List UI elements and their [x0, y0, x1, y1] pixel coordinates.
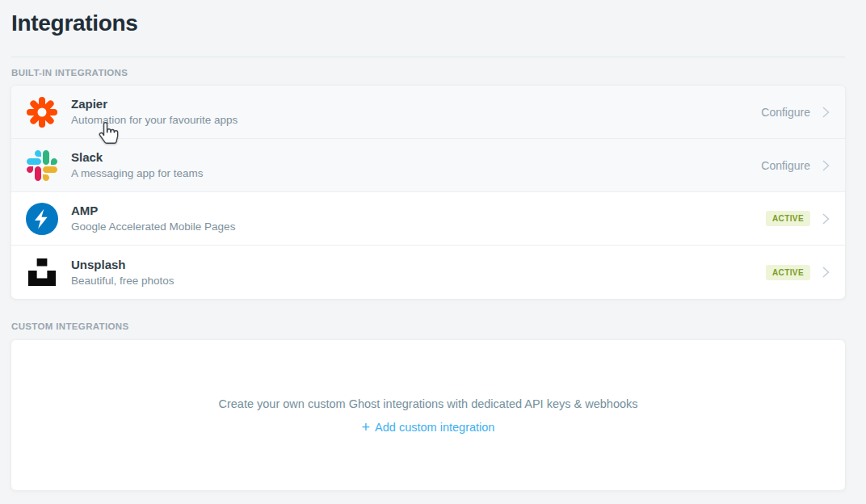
unsplash-icon [26, 256, 58, 288]
add-custom-integration-label: Add custom integration [375, 421, 494, 434]
integration-description: Google Accelerated Mobile Pages [71, 220, 235, 234]
active-status-badge: ACTIVE [766, 265, 810, 280]
chevron-right-icon [822, 266, 830, 279]
integration-row-zapier[interactable]: Zapier Automation for your favourite app… [11, 86, 845, 139]
slack-icon [26, 149, 58, 182]
configure-link[interactable]: Configure [761, 106, 810, 119]
integrations-page: Integrations BUILT-IN INTEGRATIONS Zapie… [11, 10, 845, 490]
chevron-right-icon [822, 106, 830, 119]
custom-integrations-card: Create your own custom Ghost integration… [11, 340, 845, 490]
integration-row-slack[interactable]: Slack A messaging app for teams Configur… [11, 139, 845, 192]
custom-integrations-description: Create your own custom Ghost integration… [218, 397, 637, 412]
builtin-integrations-card: Zapier Automation for your favourite app… [11, 86, 845, 299]
amp-icon [26, 203, 58, 235]
integration-name: Zapier [71, 96, 238, 112]
integration-name: Unsplash [71, 257, 174, 273]
page-title: Integrations [11, 10, 845, 36]
integration-description: Beautiful, free photos [71, 274, 174, 288]
integration-description: Automation for your favourite apps [71, 113, 238, 128]
integration-row-amp[interactable]: AMP Google Accelerated Mobile Pages ACTI… [11, 192, 845, 246]
builtin-section-label: BUILT-IN INTEGRATIONS [11, 68, 845, 78]
active-status-badge: ACTIVE [766, 211, 810, 226]
add-custom-integration-button[interactable]: + Add custom integration [362, 421, 495, 434]
integration-row-unsplash[interactable]: Unsplash Beautiful, free photos ACTIVE [11, 246, 845, 299]
header-divider [11, 57, 845, 57]
integration-description: A messaging app for teams [71, 166, 204, 181]
configure-link[interactable]: Configure [761, 159, 810, 172]
zapier-icon [26, 96, 58, 128]
integration-name: AMP [71, 203, 235, 219]
custom-section-label: CUSTOM INTEGRATIONS [11, 321, 845, 332]
integration-name: Slack [71, 149, 204, 166]
chevron-right-icon [822, 159, 830, 172]
plus-icon: + [362, 422, 371, 433]
chevron-right-icon [822, 212, 830, 225]
